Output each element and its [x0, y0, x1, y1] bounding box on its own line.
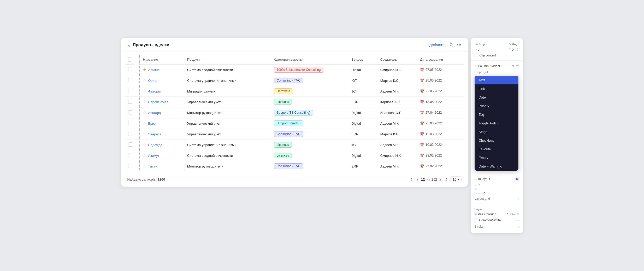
- star-icon[interactable]: ☆: [143, 121, 146, 126]
- star-icon[interactable]: ☆: [143, 142, 146, 147]
- dropdown-item[interactable]: Checkbox: [475, 136, 518, 145]
- th-creator: Создатель: [377, 55, 417, 65]
- panel-title: ⌃ Продукты сделки: [127, 43, 169, 48]
- category-tag[interactable]: Support (TS Consulting): [274, 110, 313, 116]
- fill-color-swatch[interactable]: [475, 218, 478, 222]
- row-checkbox[interactable]: [128, 78, 132, 82]
- row-name-link[interactable]: Надежда: [148, 143, 162, 147]
- dropdown-item[interactable]: Stage: [475, 128, 518, 136]
- star-icon[interactable]: ☆: [143, 100, 146, 104]
- hug-left-chevron-icon: ▾: [486, 43, 487, 45]
- row-checkbox[interactable]: [128, 67, 132, 71]
- row-product-cell: Управленческий учет: [184, 118, 270, 129]
- edit-icon[interactable]: ✎: [512, 64, 515, 68]
- calendar-icon: 📅: [420, 100, 424, 104]
- more-options-icon[interactable]: •••: [516, 64, 519, 68]
- per-page-select[interactable]: 10 ▾: [450, 176, 461, 182]
- date-value: 22.05.2022: [426, 89, 442, 93]
- row-vendor-cell: 1С: [348, 140, 377, 150]
- row-name-cell: ☆ Эверест: [140, 129, 184, 140]
- search-button[interactable]: [449, 43, 453, 47]
- row-name-link[interactable]: Орион: [148, 79, 158, 83]
- last-page-button[interactable]: ⟫: [444, 177, 449, 182]
- date-value: 10.03.2022: [426, 143, 442, 147]
- add-stroke-icon[interactable]: +: [517, 224, 519, 229]
- row-name-link[interactable]: Перспектива: [148, 100, 168, 104]
- row-name-link[interactable]: Авнгард: [148, 111, 161, 115]
- row-checkbox[interactable]: [128, 164, 132, 168]
- remove-fill-icon[interactable]: —: [516, 218, 519, 222]
- category-tag[interactable]: Licences: [274, 153, 292, 158]
- more-button[interactable]: •••: [457, 43, 462, 47]
- add-button[interactable]: + Добавить: [426, 43, 445, 47]
- hug-right-chevron-icon: ▾: [518, 43, 519, 45]
- dropdown-item[interactable]: Link: [475, 84, 518, 93]
- dropdown-item[interactable]: Empty: [475, 153, 518, 162]
- star-icon[interactable]: ☆: [143, 110, 146, 115]
- eye-icon[interactable]: 👁: [516, 212, 519, 216]
- radius-control: ⌒ 0 ⛶: [508, 48, 519, 51]
- dropdown-item[interactable]: Text: [475, 76, 518, 84]
- date-value: 27.05.2022: [426, 68, 442, 72]
- category-tag[interactable]: Consulting - TVC: [274, 131, 303, 137]
- category-tag[interactable]: Consulting - TVC: [274, 163, 303, 169]
- row-category-cell: Licences: [271, 140, 348, 150]
- clip-content-checkbox[interactable]: [475, 54, 478, 57]
- dropdown-item[interactable]: Date + Warning: [475, 162, 518, 171]
- header-checkbox[interactable]: [128, 57, 131, 62]
- padding-icon: |←→|: [475, 192, 482, 195]
- row-category-cell: Support (TS Consulting): [271, 107, 348, 118]
- row-name-link[interactable]: Альянс: [148, 68, 159, 72]
- row-checkbox[interactable]: [128, 121, 132, 125]
- category-tag[interactable]: Licences: [274, 99, 292, 105]
- row-checkbox[interactable]: [128, 153, 132, 157]
- row-name-cell: ★ Альянс: [140, 65, 184, 75]
- row-name-link[interactable]: Бриз: [148, 122, 156, 125]
- next-page-button[interactable]: ›: [439, 177, 442, 182]
- category-tag[interactable]: Support (Vendor): [274, 120, 303, 126]
- row-vendor-cell: 1С: [348, 86, 377, 97]
- row-checkbox[interactable]: [128, 110, 132, 114]
- star-icon[interactable]: ☆: [143, 78, 146, 83]
- category-tag[interactable]: Consulting - TVC: [274, 78, 303, 83]
- row-checkbox[interactable]: [128, 100, 132, 104]
- row-name-link[interactable]: Титан: [148, 164, 157, 168]
- dropdown-item[interactable]: Priority: [475, 102, 518, 110]
- per-page-chevron-icon: ▾: [457, 177, 459, 181]
- star-icon[interactable]: ☆: [143, 132, 146, 136]
- dropdown-item[interactable]: Date: [475, 93, 518, 102]
- row-name-link[interactable]: Эверест: [148, 132, 161, 136]
- arrow-right-icon: →: [477, 182, 481, 186]
- row-checkbox-cell: [125, 86, 140, 97]
- row-name-link[interactable]: Азимут: [148, 154, 159, 158]
- th-date: Дата создания: [417, 55, 464, 65]
- row-checkbox[interactable]: [128, 142, 132, 147]
- row-date-cell: 📅 25.05.2022: [417, 75, 464, 86]
- row-checkbox[interactable]: [128, 89, 132, 93]
- star-icon[interactable]: ★: [143, 67, 146, 72]
- row-name-link[interactable]: Фаворит: [148, 89, 162, 93]
- row-creator-cell: Авдеев М.К.: [377, 140, 417, 150]
- star-icon[interactable]: ☆: [143, 153, 146, 158]
- prev-page-button[interactable]: ‹: [416, 177, 420, 182]
- category-tag[interactable]: Licences: [274, 142, 292, 148]
- row-product-cell: Монитор руководителя: [184, 107, 270, 118]
- dropdown-item[interactable]: ToggleSwitch: [475, 119, 518, 128]
- chevron-icon: ⌃: [127, 43, 131, 48]
- row-creator-cell: Карпова А.О.: [377, 97, 417, 107]
- add-layout-icon[interactable]: +: [517, 197, 519, 201]
- category-tag[interactable]: 100% Subcontractor Consulting: [274, 67, 324, 73]
- row-product-cell: Система сводной отчетности: [184, 65, 270, 75]
- star-icon[interactable]: ☆: [143, 164, 146, 169]
- star-icon[interactable]: ☆: [143, 89, 146, 94]
- fullscreen-icon: ⛶: [517, 48, 519, 51]
- calendar-icon: 📅: [420, 111, 424, 115]
- category-tag[interactable]: Hardware: [274, 88, 293, 94]
- row-checkbox[interactable]: [128, 132, 132, 136]
- row-checkbox-cell: [125, 75, 140, 86]
- dropdown-container: TextLinkDatePriorityTagToggleSwitchStage…: [471, 75, 523, 172]
- first-page-button[interactable]: ⟪: [409, 177, 414, 182]
- dropdown-item[interactable]: Favorite: [475, 145, 518, 153]
- table-footer: Найдено записей: 1260 ⟪ ‹ 12 из 252 › ⟫ …: [121, 174, 468, 187]
- dropdown-item[interactable]: Tag: [475, 110, 518, 119]
